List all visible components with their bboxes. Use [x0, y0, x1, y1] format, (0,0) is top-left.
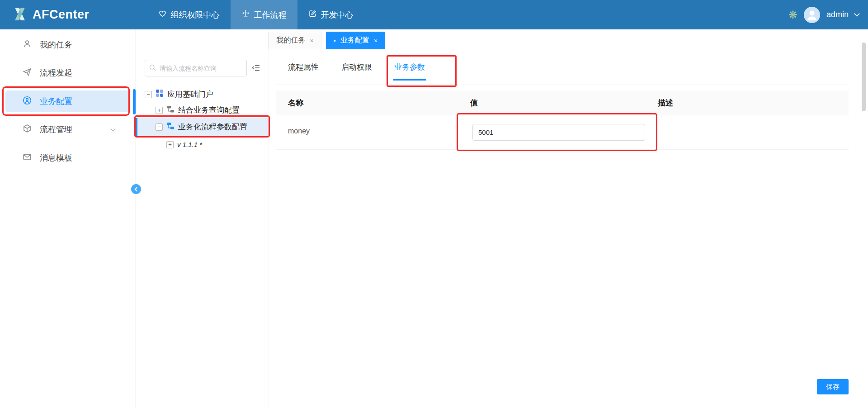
detail-tab-business-params[interactable]: 业务参数 — [394, 62, 425, 72]
tab-label: 我的任务 — [276, 36, 305, 45]
tree-node-version-1-1-1[interactable]: + v 1.1.1 * — [136, 137, 269, 152]
page-scrollbar-thumb[interactable] — [862, 43, 866, 111]
cube-icon — [23, 124, 32, 135]
avatar[interactable] — [804, 7, 820, 23]
nav-label: 开发中心 — [321, 9, 354, 20]
user-icon — [23, 39, 32, 51]
param-table-row: money — [276, 115, 849, 150]
hierarchy-icon — [166, 105, 175, 115]
sidebar-item-label: 消息模板 — [40, 152, 72, 163]
nav-item-org-permission-center[interactable]: 组织权限中心 — [147, 0, 231, 29]
hierarchy-icon — [166, 122, 175, 132]
detail-tab-start-permission[interactable]: 启动权限 — [341, 62, 372, 72]
tab-label: 业务配置 — [340, 36, 369, 45]
app-grid-icon — [156, 89, 164, 100]
heart-icon — [158, 9, 167, 20]
tree-node-app-base-portal[interactable]: − 应用基础门户 — [136, 87, 269, 102]
tree-node-business-process-param-config[interactable]: − 业务化流程参数配置 — [136, 118, 269, 136]
left-sidebar: 我的任务 流程发起 业务配置 — [0, 29, 136, 408]
logo-text: AFCenter — [33, 8, 90, 22]
ai-assistant-icon[interactable]: ❋ — [788, 9, 797, 20]
paper-plane-icon — [23, 67, 32, 79]
tree-node-label: 结合业务查询配置 — [178, 105, 240, 115]
active-tab-underline — [393, 79, 426, 81]
sidebar-item-label: 业务配置 — [40, 96, 72, 107]
sidebar-item-process-start[interactable]: 流程发起 — [5, 62, 130, 84]
column-header-name: 名称 — [288, 98, 303, 108]
top-header: AFCenter 组织权限中心 工作流程 — [0, 0, 868, 29]
nav-item-dev-center[interactable]: 开发中心 — [297, 0, 364, 29]
close-icon[interactable]: × — [310, 37, 313, 44]
tree-search — [145, 60, 247, 76]
footer-divider — [276, 348, 849, 348]
sidebar-item-label: 流程发起 — [40, 67, 72, 78]
sidebar-item-my-tasks[interactable]: 我的任务 — [5, 34, 130, 56]
collapse-toggle-icon[interactable]: − — [156, 123, 163, 131]
top-navigation: 组织权限中心 工作流程 — [147, 0, 364, 29]
search-icon — [149, 64, 156, 73]
process-tree-panel — [136, 29, 269, 408]
tree-fold-icon[interactable] — [251, 64, 260, 74]
tab-strip-border — [276, 85, 849, 85]
tree-node-combined-query-config[interactable]: + 结合业务查询配置 — [136, 103, 269, 118]
open-tab-my-tasks[interactable]: 我的任务 × — [269, 32, 321, 49]
nav-label: 组织权限中心 — [171, 9, 220, 20]
chevron-down-icon — [854, 11, 860, 17]
tree-node-label: v 1.1.1 * — [177, 141, 202, 148]
open-tab-business-config[interactable]: ● 业务配置 × — [326, 32, 386, 49]
panel-collapse-button[interactable] — [131, 184, 141, 194]
column-header-value: 值 — [470, 98, 478, 108]
param-name-cell: money — [288, 127, 310, 135]
afcenter-logo-icon — [12, 6, 28, 24]
active-dot-icon: ● — [334, 38, 336, 43]
collapse-toggle-icon[interactable]: − — [145, 91, 152, 98]
edit-icon — [308, 9, 317, 20]
sidebar-item-process-manage[interactable]: 流程管理 — [5, 119, 130, 140]
close-icon[interactable]: × — [374, 37, 377, 44]
nav-item-workflow[interactable]: 工作流程 — [231, 0, 297, 29]
detail-tab-process-attributes[interactable]: 流程属性 — [288, 62, 319, 72]
envelope-icon — [23, 152, 32, 164]
tree-node-label: 应用基础门户 — [167, 89, 213, 100]
sidebar-item-message-template[interactable]: 消息模板 — [5, 147, 130, 169]
sidebar-item-label: 我的任务 — [40, 39, 72, 50]
workflow-scale-icon — [241, 9, 250, 20]
param-table-header: 名称 值 描述 — [276, 90, 849, 115]
param-value-input[interactable] — [472, 124, 645, 141]
save-button[interactable]: 保存 — [817, 379, 849, 394]
chevron-left-icon — [135, 187, 139, 191]
user-circle-icon — [23, 96, 32, 107]
tree-node-label: 业务化流程参数配置 — [178, 122, 247, 132]
search-input[interactable] — [145, 60, 247, 76]
app-logo: AFCenter — [12, 6, 90, 24]
nav-label: 工作流程 — [254, 9, 287, 20]
sidebar-item-label: 流程管理 — [40, 124, 72, 135]
chevron-down-icon — [110, 126, 115, 131]
expand-toggle-icon[interactable]: + — [166, 141, 174, 148]
sidebar-item-business-config[interactable]: 业务配置 — [5, 90, 130, 112]
header-right: ❋ admin — [788, 0, 859, 29]
app-window: AFCenter 组织权限中心 工作流程 — [0, 0, 868, 408]
expand-toggle-icon[interactable]: + — [156, 107, 163, 114]
username[interactable]: admin — [826, 10, 849, 19]
column-header-desc: 描述 — [658, 98, 673, 108]
